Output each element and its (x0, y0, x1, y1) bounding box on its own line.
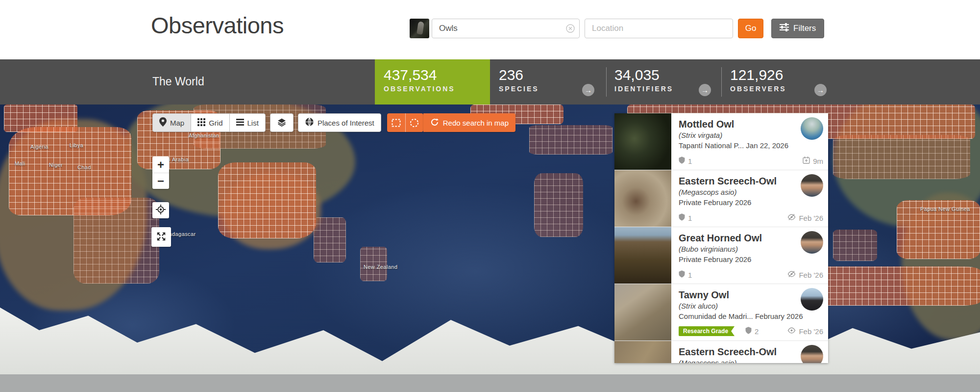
map-country-label: Niger (49, 162, 63, 168)
observation-scientific-name: (Strix virgata) (679, 131, 821, 140)
observation-date: Feb '26 (787, 327, 823, 336)
map-country-label: Afghanistan (189, 132, 220, 138)
observers-count: 121,926 (730, 67, 835, 83)
observation-photo[interactable] (614, 170, 671, 227)
location-search-input[interactable] (585, 19, 733, 38)
taxon-search-input[interactable] (432, 19, 580, 38)
arrow-right-circle-icon[interactable]: → (582, 84, 594, 96)
list-view-label: List (247, 119, 259, 127)
observation-grid-cells[interactable] (534, 173, 583, 237)
identification-count: 1 (679, 157, 692, 165)
arrow-right-circle-icon[interactable]: → (699, 84, 711, 96)
observation-place-date: Private February 2026 (679, 255, 821, 264)
identification-count: 1 (679, 213, 692, 222)
filters-button[interactable]: Filters (771, 19, 824, 38)
observation-grid-cells[interactable] (833, 135, 970, 179)
observation-photo[interactable] (614, 227, 671, 284)
species-count: 236 (499, 67, 605, 83)
stat-observations[interactable]: 437,534 OBSERVATIONS (375, 59, 490, 105)
id-shield-icon (679, 270, 685, 279)
tab-list-view[interactable]: List (229, 113, 266, 132)
observation-scientific-name: (Bubo virginianus) (679, 244, 821, 254)
observation-grid-cells[interactable] (833, 230, 877, 261)
observation-common-name[interactable]: Tawny Owl (679, 289, 821, 301)
observation-grid-cells[interactable] (218, 162, 316, 238)
observation-card[interactable]: Eastern Screech-Owl (Megascops asio) (614, 341, 828, 363)
observation-grid-cells[interactable] (74, 198, 159, 284)
layers-icon (277, 117, 287, 129)
stat-observers[interactable]: 121,926 OBSERVERS → (730, 59, 835, 105)
observation-date: Feb '26 (787, 213, 823, 222)
observations-list: Mottled Owl (Strix virgata) Tapantí Nati… (614, 113, 828, 363)
identification-count: 2 (745, 327, 759, 336)
dashed-rectangle-icon[interactable] (387, 113, 405, 132)
fullscreen-button[interactable] (151, 227, 171, 247)
observation-scientific-name: (Megascops asio) (679, 358, 821, 363)
divider (721, 67, 722, 97)
view-switcher: Map Grid List (152, 113, 266, 132)
observation-card[interactable]: Great Horned Owl (Bubo virginianus) Priv… (614, 227, 828, 284)
world-map[interactable]: Algeria Libya Mali Niger Chad Saudi Arab… (0, 105, 980, 392)
stat-species[interactable]: 236 SPECIES → (499, 59, 605, 105)
eye-icon (787, 327, 796, 336)
list-icon (236, 119, 244, 127)
observation-place-date: Private February 2026 (679, 198, 821, 208)
map-country-label: New Zealand (364, 264, 397, 270)
circle-x-icon[interactable] (566, 24, 575, 33)
grid-view-label: Grid (209, 119, 222, 127)
refresh-icon (430, 118, 439, 128)
map-country-label: Mali (15, 160, 25, 166)
sliders-icon (780, 23, 789, 34)
place-name: The World (152, 75, 204, 88)
observation-common-name[interactable]: Eastern Screech-Owl (679, 175, 821, 187)
places-of-interest-button[interactable]: Places of Interest (298, 113, 381, 132)
observer-avatar[interactable] (801, 231, 823, 254)
observer-avatar[interactable] (801, 174, 823, 197)
taxon-owl-photo (410, 19, 429, 38)
observation-common-name[interactable]: Mottled Owl (679, 118, 821, 131)
observation-card[interactable]: Eastern Screech-Owl (Megascops asio) Pri… (614, 170, 828, 227)
map-country-label: Libya (70, 142, 83, 148)
identifiers-count: 34,035 (614, 67, 720, 83)
stats-bar: The World 437,534 OBSERVATIONS 236 SPECI… (0, 59, 980, 105)
antarctica-ice-shelf (0, 374, 980, 392)
observation-place-date: Comunidad de Madri... February 2026 (679, 312, 821, 321)
id-shield-icon (679, 157, 685, 165)
observation-grid-cells[interactable] (314, 217, 346, 262)
observation-photo[interactable] (614, 113, 671, 170)
observations-page: Observations Go Filters The World 437,53… (0, 0, 980, 392)
expand-icon (156, 231, 167, 243)
id-shield-icon (745, 327, 752, 336)
observation-date: 9m (803, 157, 823, 165)
tab-map-view[interactable]: Map (152, 113, 191, 132)
arrow-right-circle-icon[interactable]: → (814, 84, 827, 96)
divider (606, 67, 607, 97)
redo-search-label: Redo search in map (443, 119, 509, 127)
observation-date: Feb '26 (787, 270, 823, 279)
observation-common-name[interactable]: Eastern Screech-Owl (679, 346, 821, 358)
tab-grid-view[interactable]: Grid (191, 113, 229, 132)
page-title: Observations (151, 12, 284, 39)
observation-photo[interactable] (614, 284, 671, 340)
zoom-out-button[interactable]: − (152, 173, 169, 189)
map-country-label: Papua New Guinea (920, 206, 970, 212)
dashed-circle-icon[interactable] (405, 113, 423, 132)
stat-identifiers[interactable]: 34,035 IDENTIFIERS → (614, 59, 720, 105)
zoom-in-button[interactable]: + (152, 157, 169, 173)
map-country-label: Chad (77, 164, 91, 170)
observations-label: OBSERVATIONS (384, 85, 490, 93)
observer-avatar[interactable] (801, 288, 823, 311)
locate-me-button[interactable] (152, 202, 169, 218)
redo-search-button[interactable]: Redo search in map (423, 113, 515, 132)
eye-slash-icon (787, 270, 796, 279)
observation-photo[interactable] (614, 341, 671, 363)
observation-card[interactable]: Mottled Owl (Strix virgata) Tapantí Nati… (614, 113, 828, 170)
map-view-label: Map (170, 119, 184, 127)
observation-card[interactable]: Tawny Owl (Strix aluco) Comunidad de Mad… (614, 284, 828, 341)
layers-button[interactable] (270, 113, 294, 132)
observer-avatar[interactable] (801, 117, 823, 140)
map-toolbar: Map Grid List Places of Interest (152, 113, 515, 132)
observation-common-name[interactable]: Great Horned Owl (679, 232, 821, 244)
go-button[interactable]: Go (738, 19, 763, 38)
observation-grid-cells[interactable] (529, 125, 612, 155)
